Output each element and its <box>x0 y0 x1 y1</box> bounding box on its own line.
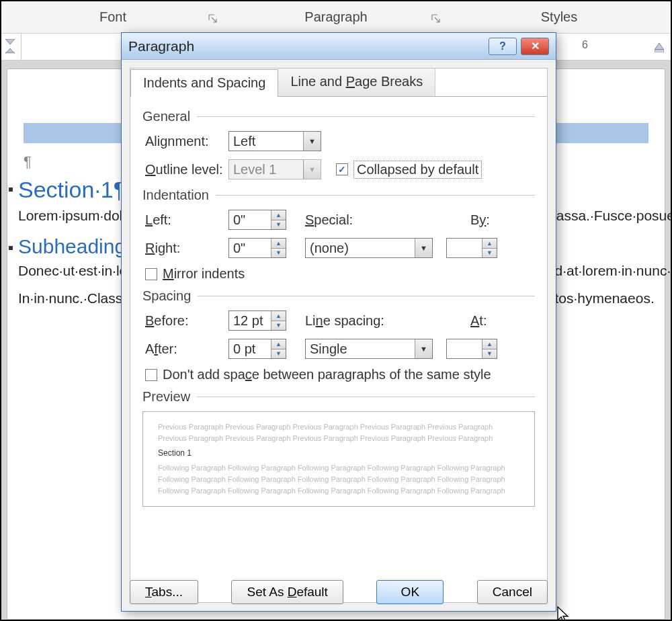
tabs-button[interactable]: Tabs... <box>130 580 198 604</box>
indent-by-spinner[interactable]: ▲▼ <box>446 238 497 258</box>
dialog-tabs: Indents and Spacing Line and Page Breaks <box>130 69 547 97</box>
spinner-up-icon[interactable]: ▲ <box>271 311 286 321</box>
spinner-value: 0" <box>233 212 245 228</box>
indent-left-label: Left: <box>145 212 228 228</box>
indent-right-label: Right: <box>145 241 228 256</box>
line-spacing-label: Line spacing: <box>305 313 390 329</box>
preview-follow-text: Following Paragraph Following Paragraph … <box>158 462 519 497</box>
dont-add-space-label: Don't add space between paragraphs of th… <box>163 367 491 382</box>
outline-level-label: Outline level: <box>145 162 228 177</box>
spinner-up-icon[interactable]: ▲ <box>482 339 497 349</box>
dialog-content: Indents and Spacing Line and Page Breaks… <box>130 68 548 603</box>
spinner-up-icon[interactable]: ▲ <box>482 239 497 249</box>
before-label: Before: <box>145 313 228 329</box>
select-value: Level 1 <box>233 162 277 177</box>
alignment-label: Alignment: <box>145 134 228 149</box>
checkmark-icon: ✓ <box>338 164 346 175</box>
spinner-down-icon[interactable]: ▼ <box>271 349 286 359</box>
dialog-titlebar[interactable]: Paragraph ? ✕ <box>122 33 556 60</box>
at-spinner[interactable]: ▲▼ <box>446 339 497 359</box>
spinner-down-icon[interactable]: ▼ <box>482 349 497 359</box>
collapsed-checkbox[interactable]: ✓ <box>336 163 348 175</box>
button-label: Set As Default <box>247 585 327 599</box>
spinner-value: 0 pt <box>233 341 255 357</box>
chevron-down-icon: ▼ <box>415 339 432 358</box>
indent-left-spinner[interactable]: 0" ▲▼ <box>228 210 286 230</box>
select-value: Single <box>310 341 347 357</box>
spinner-up-icon[interactable]: ▲ <box>271 239 286 249</box>
dialog-buttons: Tabs... Set As Default OK Cancel <box>130 580 548 604</box>
dialog-title: Paragraph <box>128 38 194 54</box>
close-icon: ✕ <box>531 40 540 52</box>
group-title: Preview <box>142 389 190 405</box>
special-select[interactable]: (none) ▼ <box>305 238 433 258</box>
group-indentation: Indentation Left: 0" ▲▼ Special: By: Rig… <box>142 188 535 282</box>
at-label: At: <box>470 313 511 329</box>
spinner-down-icon[interactable]: ▼ <box>271 220 286 230</box>
after-label: After: <box>145 341 228 357</box>
spinner-up-icon[interactable]: ▲ <box>271 210 286 220</box>
chevron-down-icon: ▼ <box>303 132 321 151</box>
preview-prev-text: Previous Paragraph Previous Paragraph Pr… <box>158 421 519 444</box>
spinner-down-icon[interactable]: ▼ <box>271 249 286 258</box>
tab-label: Line and Page Breaks <box>290 74 423 89</box>
group-title: Indentation <box>142 188 209 203</box>
tab-label: Indents and Spacing <box>143 75 265 90</box>
preview-box: Previous Paragraph Previous Paragraph Pr… <box>142 411 535 507</box>
group-title: General <box>142 109 190 124</box>
collapsed-label: Collapsed by default <box>353 161 482 179</box>
dont-add-space-checkbox[interactable] <box>145 369 157 381</box>
mouse-cursor-icon <box>556 606 571 621</box>
after-spinner[interactable]: 0 pt ▲▼ <box>228 339 286 359</box>
button-label: Tabs... <box>145 585 183 599</box>
chevron-down-icon: ▼ <box>303 160 321 179</box>
button-label: Cancel <box>493 585 532 599</box>
mirror-indents-checkbox[interactable] <box>145 268 157 280</box>
help-button[interactable]: ? <box>489 38 517 55</box>
outline-level-select: Level 1 ▼ <box>228 159 321 179</box>
cancel-button[interactable]: Cancel <box>477 580 548 604</box>
before-spinner[interactable]: 12 pt ▲▼ <box>228 310 286 331</box>
close-button[interactable]: ✕ <box>521 38 549 55</box>
dialog-body: General Alignment: Left ▼ Outline level:… <box>130 97 547 516</box>
set-as-default-button[interactable]: Set As Default <box>231 580 343 604</box>
spinner-down-icon[interactable]: ▼ <box>482 249 497 258</box>
group-title: Spacing <box>142 288 191 304</box>
chevron-down-icon: ▼ <box>415 239 432 257</box>
help-icon: ? <box>499 40 506 52</box>
tab-indents-spacing[interactable]: Indents and Spacing <box>130 69 278 97</box>
spinner-value: 0" <box>233 241 245 256</box>
tab-line-page-breaks[interactable]: Line and Page Breaks <box>278 69 435 96</box>
alignment-select[interactable]: Left ▼ <box>228 131 321 151</box>
group-general: General Alignment: Left ▼ Outline level:… <box>142 109 535 179</box>
line-spacing-select[interactable]: Single ▼ <box>305 339 433 359</box>
indent-right-spinner[interactable]: 0" ▲▼ <box>228 238 286 258</box>
select-value: Left <box>233 134 255 149</box>
group-spacing: Spacing Before: 12 pt ▲▼ Line spacing: A… <box>142 288 535 382</box>
preview-sample-text: Section 1 <box>158 447 519 460</box>
group-preview: Preview Previous Paragraph Previous Para… <box>142 389 535 507</box>
dialog-backdrop: Paragraph ? ✕ Indents and Spacing Line a… <box>1 1 671 620</box>
ok-button[interactable]: OK <box>376 580 444 604</box>
button-label: OK <box>401 585 419 599</box>
spinner-up-icon[interactable]: ▲ <box>271 339 286 349</box>
spinner-value: 12 pt <box>233 313 263 329</box>
by-label: By: <box>470 212 511 228</box>
select-value: (none) <box>310 241 349 256</box>
spinner-down-icon[interactable]: ▼ <box>271 321 286 331</box>
mirror-indents-label: Mirror indents <box>163 266 245 282</box>
paragraph-dialog: Paragraph ? ✕ Indents and Spacing Line a… <box>121 32 556 612</box>
special-label: Special: <box>305 212 390 228</box>
